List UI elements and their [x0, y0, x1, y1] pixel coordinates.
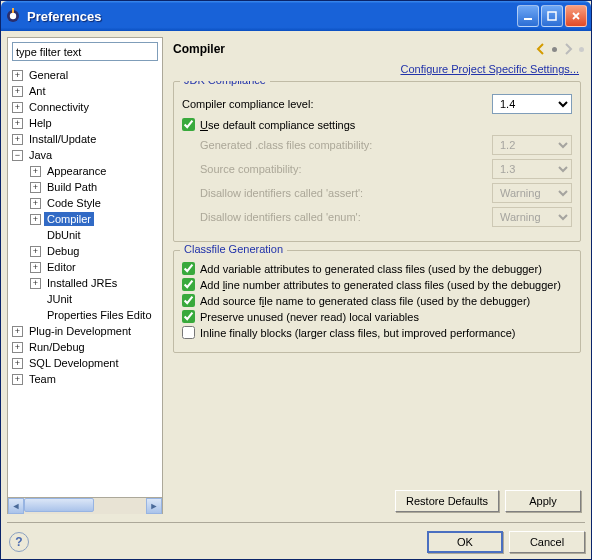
- scroll-left-button[interactable]: ◄: [8, 498, 24, 514]
- class-compat-label: Generated .class files compatibility:: [200, 139, 486, 151]
- enum-select: Warning: [492, 207, 572, 227]
- tree-item-label: Run/Debug: [26, 340, 88, 354]
- use-default-checkbox[interactable]: [182, 118, 195, 131]
- svg-rect-3: [524, 18, 532, 20]
- window-title: Preferences: [27, 9, 517, 24]
- tree-item-install-update[interactable]: +Install/Update: [8, 131, 162, 147]
- expand-icon[interactable]: +: [12, 374, 23, 385]
- expand-icon[interactable]: +: [12, 134, 23, 145]
- source-compat-label: Source compatibility:: [200, 163, 486, 175]
- app-icon: [5, 8, 21, 24]
- preserve-label[interactable]: Preserve unused (never read) local varia…: [200, 311, 419, 323]
- preserve-checkbox[interactable]: [182, 310, 195, 323]
- expand-icon[interactable]: +: [30, 166, 41, 177]
- expand-icon[interactable]: +: [30, 278, 41, 289]
- tree-item-team[interactable]: +Team: [8, 371, 162, 387]
- filter-input[interactable]: [12, 42, 158, 61]
- tree-item-connectivity[interactable]: +Connectivity: [8, 99, 162, 115]
- var-attr-checkbox[interactable]: [182, 262, 195, 275]
- inline-checkbox[interactable]: [182, 326, 195, 339]
- cancel-button[interactable]: Cancel: [509, 531, 585, 553]
- tree-item-plug-in-development[interactable]: +Plug-in Development: [8, 323, 162, 339]
- tree-item-label: Compiler: [44, 212, 94, 226]
- line-attr-label[interactable]: Add line number attributes to generated …: [200, 279, 561, 291]
- var-attr-label[interactable]: Add variable attributes to generated cla…: [200, 263, 542, 275]
- tree-item-appearance[interactable]: +Appearance: [8, 163, 162, 179]
- titlebar[interactable]: Preferences: [1, 1, 591, 31]
- source-file-checkbox[interactable]: [182, 294, 195, 307]
- compliance-select[interactable]: 1.4: [492, 94, 572, 114]
- horizontal-scrollbar[interactable]: ◄ ►: [8, 497, 162, 513]
- assert-select: Warning: [492, 183, 572, 203]
- tree-item-label: General: [26, 68, 71, 82]
- tree-item-ant[interactable]: +Ant: [8, 83, 162, 99]
- collapse-icon[interactable]: −: [12, 150, 23, 161]
- tree-item-general[interactable]: +General: [8, 67, 162, 83]
- tree-item-label: Editor: [44, 260, 79, 274]
- inline-label[interactable]: Inline finally blocks (larger class file…: [200, 327, 515, 339]
- expand-icon[interactable]: +: [12, 358, 23, 369]
- preferences-window: Preferences +General+Ant+Connectivity+He…: [0, 0, 592, 560]
- tree-item-code-style[interactable]: +Code Style: [8, 195, 162, 211]
- svg-rect-2: [12, 8, 14, 13]
- expand-icon[interactable]: +: [30, 246, 41, 257]
- minimize-button[interactable]: [517, 5, 539, 27]
- tree-item-properties-files-edito[interactable]: Properties Files Edito: [8, 307, 162, 323]
- tree-item-build-path[interactable]: +Build Path: [8, 179, 162, 195]
- preferences-tree[interactable]: +General+Ant+Connectivity+Help+Install/U…: [8, 67, 162, 387]
- expand-icon[interactable]: +: [12, 326, 23, 337]
- use-default-label[interactable]: Use default compliance settings: [200, 119, 355, 131]
- tree-item-debug[interactable]: +Debug: [8, 243, 162, 259]
- forward-button: [558, 40, 578, 58]
- expand-icon[interactable]: +: [30, 198, 41, 209]
- expand-icon[interactable]: +: [12, 70, 23, 81]
- tree-item-editor[interactable]: +Editor: [8, 259, 162, 275]
- tree-item-run-debug[interactable]: +Run/Debug: [8, 339, 162, 355]
- restore-defaults-button[interactable]: Restore Defaults: [395, 490, 499, 512]
- tree-item-dbunit[interactable]: DbUnit: [8, 227, 162, 243]
- source-compat-select: 1.3: [492, 159, 572, 179]
- close-button[interactable]: [565, 5, 587, 27]
- scroll-right-button[interactable]: ►: [146, 498, 162, 514]
- enum-label: Disallow identifiers called 'enum':: [200, 211, 486, 223]
- compliance-label: Compiler compliance level:: [182, 98, 486, 110]
- tree-item-label: JUnit: [44, 292, 75, 306]
- back-menu-icon[interactable]: [552, 47, 557, 52]
- classfile-group: Classfile Generation Add variable attrib…: [173, 250, 581, 353]
- maximize-button[interactable]: [541, 5, 563, 27]
- help-button[interactable]: ?: [9, 532, 29, 552]
- tree-item-compiler[interactable]: +Compiler: [8, 211, 162, 227]
- tree-item-junit[interactable]: JUnit: [8, 291, 162, 307]
- expand-icon[interactable]: +: [30, 182, 41, 193]
- page-title: Compiler: [169, 42, 225, 56]
- nav-pane: +General+Ant+Connectivity+Help+Install/U…: [7, 37, 163, 514]
- scroll-thumb[interactable]: [24, 498, 94, 512]
- apply-button[interactable]: Apply: [505, 490, 581, 512]
- expand-icon[interactable]: +: [30, 262, 41, 273]
- expand-icon[interactable]: +: [30, 214, 41, 225]
- tree-item-label: Appearance: [44, 164, 109, 178]
- tree-item-java[interactable]: −Java: [8, 147, 162, 163]
- expand-icon[interactable]: +: [12, 102, 23, 113]
- expand-icon[interactable]: +: [12, 86, 23, 97]
- tree-item-label: Installed JREs: [44, 276, 120, 290]
- tree-item-label: Help: [26, 116, 55, 130]
- scroll-track[interactable]: [24, 498, 146, 514]
- back-button[interactable]: [531, 40, 551, 58]
- source-file-label[interactable]: Add source file name to generated class …: [200, 295, 530, 307]
- forward-menu-icon: [579, 47, 584, 52]
- tree-item-sql-development[interactable]: +SQL Development: [8, 355, 162, 371]
- tree-item-label: Properties Files Edito: [44, 308, 155, 322]
- tree-item-label: Team: [26, 372, 59, 386]
- tree-item-help[interactable]: +Help: [8, 115, 162, 131]
- tree-item-installed-jres[interactable]: +Installed JREs: [8, 275, 162, 291]
- expand-icon[interactable]: +: [12, 342, 23, 353]
- jdk-compliance-group: JDK Compliance Compiler compliance level…: [173, 81, 581, 242]
- expand-icon[interactable]: +: [12, 118, 23, 129]
- line-attr-checkbox[interactable]: [182, 278, 195, 291]
- configure-project-link[interactable]: Configure Project Specific Settings...: [400, 63, 579, 75]
- classfile-group-title: Classfile Generation: [180, 243, 287, 255]
- tree-item-label: Java: [26, 148, 55, 162]
- tree-item-label: Build Path: [44, 180, 100, 194]
- ok-button[interactable]: OK: [427, 531, 503, 553]
